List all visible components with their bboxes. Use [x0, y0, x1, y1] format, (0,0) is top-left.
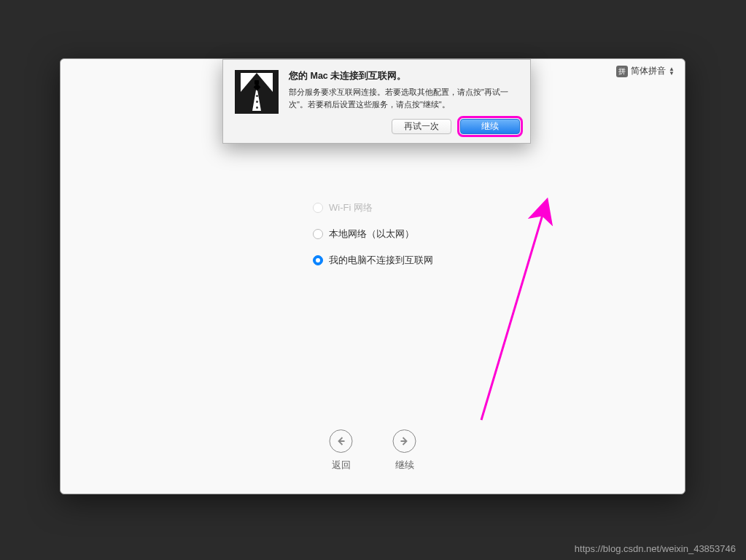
- radio-no-internet[interactable]: 我的电脑不连接到互联网: [313, 254, 433, 267]
- radio-wifi-label: Wi-Fi 网络: [329, 201, 373, 214]
- ime-label: 简体拼音: [631, 65, 666, 77]
- radio-ethernet[interactable]: 本地网络（以太网）: [313, 228, 433, 241]
- watermark: https://blog.csdn.net/weixin_43853746: [575, 543, 736, 554]
- radio-icon: [313, 229, 323, 239]
- radio-no-internet-label: 我的电脑不连接到互联网: [329, 254, 433, 267]
- retry-button[interactable]: 再试一次: [392, 119, 451, 134]
- arrow-left-icon: [330, 429, 353, 453]
- setup-window: 拼 简体拼音 ▲▼ Wi-Fi 网络 本地网络（以太网） 我的电脑不连接到互联网…: [60, 58, 685, 494]
- updown-icon: ▲▼: [669, 67, 675, 76]
- dialog-title: 您的 Mac 未连接到互联网。: [289, 70, 518, 82]
- alert-dialog: 您的 Mac 未连接到互联网。 部分服务要求互联网连接。若要选取其他配置，请点按…: [222, 59, 531, 144]
- radio-wifi: Wi-Fi 网络: [313, 201, 433, 214]
- setup-assistant-icon: [235, 70, 279, 114]
- radio-ethernet-label: 本地网络（以太网）: [329, 228, 414, 241]
- nav-buttons: 返回 继续: [330, 429, 416, 472]
- arrow-right-icon: [393, 429, 416, 453]
- radio-icon: [313, 255, 323, 265]
- dialog-continue-button[interactable]: 继续: [460, 119, 520, 134]
- dialog-message: 部分服务要求互联网连接。若要选取其他配置，请点按"再试一次"。若要稍后设置这些服…: [289, 86, 518, 110]
- radio-icon: [313, 203, 323, 213]
- back-label: 返回: [332, 459, 351, 472]
- continue-label: 继续: [395, 459, 414, 472]
- pinyin-badge-icon: 拼: [616, 66, 628, 77]
- back-button[interactable]: 返回: [330, 429, 353, 472]
- continue-button[interactable]: 继续: [393, 429, 416, 472]
- input-method-indicator[interactable]: 拼 简体拼音 ▲▼: [616, 65, 675, 77]
- network-options: Wi-Fi 网络 本地网络（以太网） 我的电脑不连接到互联网: [313, 201, 433, 280]
